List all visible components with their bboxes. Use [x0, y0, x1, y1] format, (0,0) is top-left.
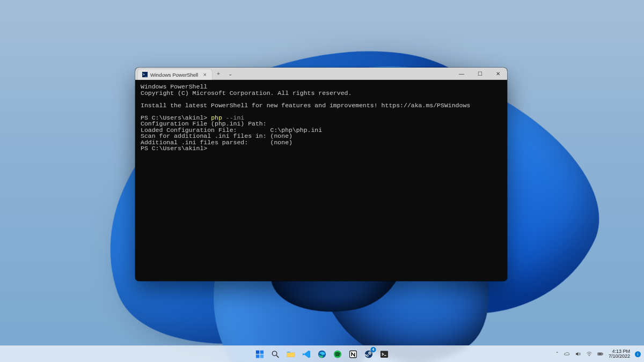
new-tab-button[interactable]: + — [213, 68, 224, 79]
file-explorer-icon — [287, 350, 296, 359]
svg-line-5 — [276, 355, 279, 357]
notion-button[interactable] — [347, 348, 360, 361]
system-tray: ˄ 4:13 PM 7/10/2022 i — [556, 349, 641, 359]
powershell-window: >_ Windows PowerShell × + ⌄ — ☐ ✕ Window… — [135, 68, 507, 281]
svg-rect-14 — [380, 351, 388, 358]
onedrive-icon[interactable] — [564, 351, 570, 357]
tab-powershell[interactable]: >_ Windows PowerShell × — [137, 69, 213, 80]
spotify-button[interactable] — [331, 348, 345, 361]
svg-point-4 — [272, 351, 276, 356]
powershell-icon: >_ — [142, 72, 148, 77]
tab-close-button[interactable]: × — [202, 71, 208, 78]
maximize-button[interactable]: ☐ — [471, 68, 489, 79]
steam-button[interactable]: 4 — [362, 348, 376, 361]
start-icon — [255, 350, 265, 359]
edge-button[interactable] — [316, 348, 329, 361]
tray-overflow-button[interactable]: ˄ — [556, 351, 559, 357]
svg-rect-18 — [598, 353, 602, 355]
svg-rect-6 — [287, 351, 290, 352]
window-titlebar[interactable]: >_ Windows PowerShell × + ⌄ — ☐ ✕ — [135, 68, 507, 80]
search-icon — [271, 350, 280, 359]
spotify-icon — [333, 350, 342, 359]
minimize-button[interactable]: — — [452, 68, 471, 79]
window-controls: — ☐ ✕ — [452, 68, 507, 79]
terminal-line: Copyright (C) Microsoft Corporation. All… — [141, 90, 352, 97]
notification-badge[interactable]: i — [635, 351, 641, 357]
terminal-output[interactable]: Windows PowerShell Copyright (C) Microso… — [135, 80, 507, 281]
svg-rect-2 — [256, 354, 259, 358]
terminal-icon — [380, 350, 389, 359]
terminal-line: Install the latest PowerShell for new fe… — [141, 102, 470, 109]
file-explorer-button[interactable] — [284, 348, 298, 361]
wifi-icon[interactable] — [586, 351, 592, 357]
vscode-icon — [302, 350, 311, 359]
svg-rect-1 — [260, 350, 264, 353]
terminal-button[interactable] — [378, 348, 391, 361]
clock-date: 7/10/2022 — [609, 354, 630, 359]
start-button[interactable] — [253, 348, 267, 361]
tab-title: Windows PowerShell — [150, 72, 200, 78]
terminal-prompt: PS C:\Users\akinl> — [141, 145, 207, 152]
svg-rect-0 — [256, 350, 259, 353]
vscode-button[interactable] — [300, 348, 313, 361]
tab-dropdown-button[interactable]: ⌄ — [224, 68, 236, 79]
clock[interactable]: 4:13 PM 7/10/2022 — [609, 349, 630, 359]
svg-rect-3 — [260, 354, 264, 358]
svg-point-16 — [589, 356, 589, 356]
battery-icon[interactable] — [597, 351, 604, 357]
taskbar: 4 ˄ 4:13 PM 7/10/2022 i — [0, 345, 644, 362]
close-button[interactable]: ✕ — [489, 68, 507, 79]
taskbar-center: 4 — [253, 348, 391, 361]
search-button[interactable] — [269, 348, 282, 361]
volume-icon[interactable] — [575, 351, 581, 357]
edge-icon — [318, 350, 327, 359]
svg-rect-19 — [603, 353, 603, 354]
notion-icon — [349, 350, 358, 359]
svg-point-12 — [369, 352, 370, 353]
steam-badge: 4 — [371, 347, 376, 352]
